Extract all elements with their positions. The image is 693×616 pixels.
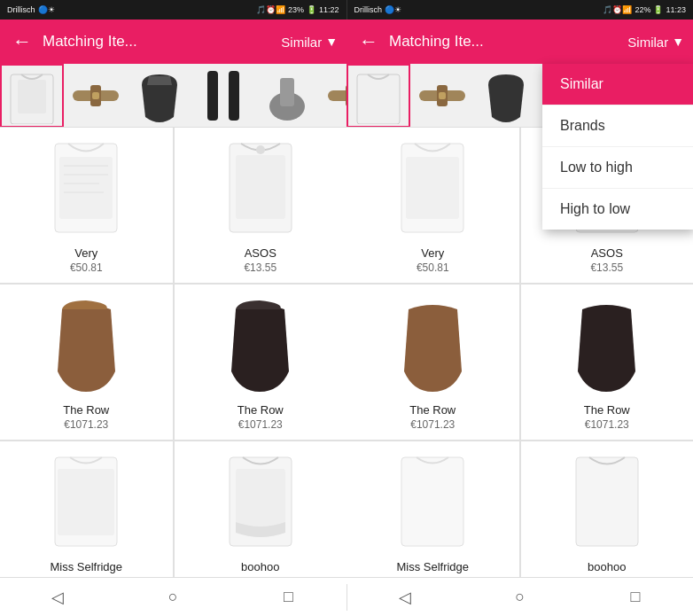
product-card-5[interactable]: boohoo €9.03 bbox=[175, 441, 347, 577]
dropdown-item-similar[interactable]: Similar bbox=[542, 64, 693, 105]
dropdown-item-brands[interactable]: Brands bbox=[542, 105, 693, 147]
product-img-r2 bbox=[354, 292, 512, 398]
dropdown-item-high-to-low[interactable]: High to low bbox=[542, 189, 693, 230]
time-left: 11:22 bbox=[319, 5, 339, 14]
product-grid-left: Very €50.81 ASOS €13.55 The Row €1071.23 bbox=[0, 128, 346, 577]
product-card-4[interactable]: Miss Selfridge €39.52 bbox=[0, 441, 173, 577]
bottom-nav: ◁ ○ □ ◁ ○ □ bbox=[0, 577, 693, 616]
menu-nav-btn-right[interactable]: □ bbox=[622, 584, 649, 611]
battery-left: 23% bbox=[288, 5, 304, 14]
home-nav-btn-left[interactable]: ○ bbox=[160, 584, 186, 611]
thumb-item-3[interactable] bbox=[191, 64, 255, 128]
dropdown-item-low-to-high[interactable]: Low to high bbox=[542, 147, 693, 189]
product-card-2[interactable]: The Row €1071.23 bbox=[0, 285, 173, 440]
product-card-3[interactable]: The Row €1071.23 bbox=[175, 285, 347, 440]
product-price-5: €9.03 bbox=[247, 575, 274, 577]
carrier-right: Drillisch bbox=[354, 5, 383, 14]
home-nav-btn-right[interactable]: ○ bbox=[507, 584, 533, 611]
product-name-r3: The Row bbox=[584, 403, 630, 417]
svg-rect-23 bbox=[236, 469, 285, 533]
product-name-1: ASOS bbox=[245, 246, 276, 260]
product-price-4: €39.52 bbox=[70, 575, 103, 577]
product-img-r5 bbox=[528, 448, 687, 555]
filter-dropdown-right[interactable]: Similar ▼ bbox=[627, 35, 684, 50]
filter-label-left: Similar bbox=[281, 35, 322, 50]
chevron-down-icon-right: ▼ bbox=[672, 35, 684, 49]
thumb-item-5[interactable] bbox=[319, 64, 346, 128]
status-bar-right: Drillisch 🔵☀ 🎵⏰📶 22%🔋 11:23 bbox=[346, 0, 694, 19]
back-button-left[interactable]: ← bbox=[9, 27, 35, 57]
product-img-1 bbox=[182, 135, 340, 241]
svg-rect-9 bbox=[328, 90, 346, 101]
svg-rect-37 bbox=[576, 457, 638, 546]
product-card-0[interactable]: Very €50.81 bbox=[0, 128, 173, 283]
sort-dropdown-menu[interactable]: Similar Brands Low to high High to low bbox=[542, 64, 693, 230]
chevron-down-icon-left: ▼ bbox=[325, 35, 338, 49]
thumb-item-r2[interactable] bbox=[474, 64, 538, 128]
panel-right: ← Matching Ite... Similar ▼ Similar Bran… bbox=[346, 19, 693, 577]
product-name-r0: Very bbox=[421, 246, 444, 260]
toolbar-left: ← Matching Ite... Similar ▼ bbox=[0, 19, 346, 64]
back-nav-btn-left[interactable]: ◁ bbox=[44, 584, 71, 611]
filter-dropdown-left[interactable]: Similar ▼ bbox=[281, 35, 338, 50]
product-card-r0[interactable]: Very €50.81 bbox=[346, 128, 519, 283]
svg-point-19 bbox=[256, 145, 265, 154]
product-price-2: €1071.23 bbox=[64, 418, 108, 431]
product-card-r2[interactable]: The Row €1071.23 bbox=[346, 285, 519, 440]
bottom-nav-left: ◁ ○ □ bbox=[0, 578, 346, 616]
product-name-3: The Row bbox=[237, 403, 284, 417]
menu-nav-btn-left[interactable]: □ bbox=[275, 584, 301, 611]
back-nav-btn-right[interactable]: ◁ bbox=[392, 584, 418, 611]
product-img-5 bbox=[182, 448, 340, 555]
status-right-left: 🎵⏰📶 23%🔋 11:22 bbox=[256, 5, 339, 14]
product-price-r4: €39.52 bbox=[417, 575, 449, 577]
page-title-left: Matching Ite... bbox=[43, 33, 274, 51]
svg-rect-5 bbox=[207, 71, 218, 121]
product-name-r2: The Row bbox=[409, 403, 456, 417]
product-img-4 bbox=[7, 448, 166, 555]
carrier-icons-left: 🔵☀ bbox=[38, 5, 55, 14]
product-img-r4 bbox=[354, 448, 512, 555]
product-card-r4[interactable]: Miss Selfridge €39.52 bbox=[346, 441, 519, 577]
product-name-2: The Row bbox=[63, 403, 109, 417]
svg-rect-1 bbox=[18, 80, 46, 113]
time-right: 11:23 bbox=[666, 5, 686, 14]
svg-rect-18 bbox=[236, 155, 285, 219]
product-name-r5: boohoo bbox=[588, 560, 626, 573]
signal-left: 🎵⏰📶 bbox=[256, 5, 285, 14]
thumb-item-2[interactable] bbox=[128, 64, 191, 128]
product-img-0 bbox=[7, 135, 166, 241]
toolbar-right: ← Matching Ite... Similar ▼ bbox=[346, 19, 693, 64]
product-card-r5[interactable]: boohoo €9.03 bbox=[521, 441, 694, 577]
product-card-r3[interactable]: The Row €1071.23 bbox=[521, 285, 694, 440]
status-bars: Drillisch 🔵☀ 🎵⏰📶 23%🔋 11:22 Drillisch 🔵☀… bbox=[0, 0, 693, 19]
thumb-item-0[interactable] bbox=[0, 64, 64, 128]
battery-right: 22% bbox=[635, 5, 650, 14]
status-right-right: 🎵⏰📶 22%🔋 11:23 bbox=[603, 5, 686, 14]
product-card-1[interactable]: ASOS €13.55 bbox=[175, 128, 347, 283]
product-img-r3 bbox=[528, 292, 687, 398]
product-img-2 bbox=[7, 292, 166, 398]
svg-rect-8 bbox=[280, 78, 294, 106]
svg-rect-33 bbox=[406, 157, 459, 219]
svg-rect-36 bbox=[401, 457, 463, 546]
bottom-nav-right: ◁ ○ □ bbox=[347, 578, 694, 616]
signal-right: 🎵⏰📶 bbox=[603, 5, 632, 14]
thumb-item-4[interactable] bbox=[255, 64, 319, 128]
thumb-item-r1[interactable] bbox=[410, 64, 474, 128]
product-name-r4: Miss Selfridge bbox=[396, 560, 469, 573]
back-button-right[interactable]: ← bbox=[355, 27, 382, 57]
product-name-r1: ASOS bbox=[591, 246, 623, 260]
product-name-4: Miss Selfridge bbox=[50, 560, 122, 573]
product-price-r3: €1071.23 bbox=[585, 418, 629, 431]
panels-container: ← Matching Ite... Similar ▼ bbox=[0, 19, 693, 577]
product-price-1: €13.55 bbox=[244, 261, 276, 274]
svg-rect-24 bbox=[357, 74, 400, 124]
status-left-left: Drillisch 🔵☀ bbox=[7, 5, 55, 14]
thumb-item-r0[interactable] bbox=[346, 64, 410, 128]
thumb-item-1[interactable] bbox=[64, 64, 128, 128]
panel-left: ← Matching Ite... Similar ▼ bbox=[0, 19, 346, 577]
carrier-icons-right: 🔵☀ bbox=[385, 5, 401, 14]
product-img-r0 bbox=[354, 135, 512, 241]
status-bar-left: Drillisch 🔵☀ 🎵⏰📶 23%🔋 11:22 bbox=[0, 0, 346, 19]
